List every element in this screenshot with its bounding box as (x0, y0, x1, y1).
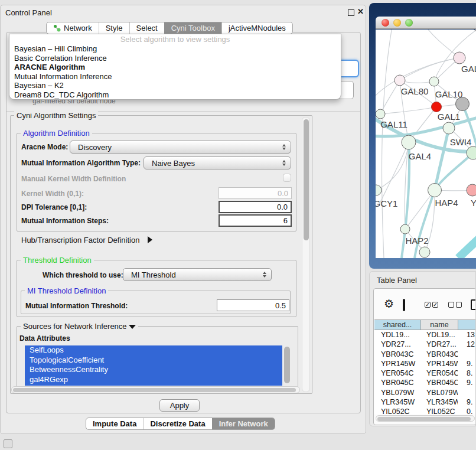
dropdown-item[interactable]: Basic Correlation Inference (9, 54, 341, 63)
table-row[interactable]: YDL19...YDL19...13 (374, 330, 476, 340)
table-row[interactable]: YBR043CYBR043C (374, 350, 476, 359)
tab-select[interactable]: Select (129, 22, 164, 34)
settings-gear-icon[interactable]: ⚙ (384, 298, 394, 309)
list-item[interactable]: BetweennessCentrality (25, 365, 282, 375)
horizontal-scrollbar-thumb[interactable] (13, 388, 296, 392)
network-canvas[interactable]: GAL GAL80 GAL10 GAL1 GAL11 SWI4 GAL4 GCY… (376, 30, 476, 258)
table-row[interactable]: YER054CYER054C8. (374, 369, 476, 378)
mi-type-combo[interactable]: Naive Bayes (144, 156, 291, 169)
network-node[interactable] (428, 184, 442, 197)
float-window-icon[interactable] (348, 9, 354, 16)
column-header-shared-name[interactable]: shared... (374, 320, 420, 330)
column-header-name[interactable]: name (420, 320, 458, 330)
apply-button[interactable]: Apply (159, 399, 200, 412)
tab-style[interactable]: Style (99, 22, 129, 34)
network-node[interactable] (454, 52, 465, 64)
table-row[interactable]: YDR27...YDR27...12 (374, 340, 476, 349)
dpi-tolerance-label: DPI Tolerance [0,1]: (21, 203, 87, 211)
close-traffic-light[interactable] (382, 19, 389, 27)
checked-box-icon[interactable]: ✓ (432, 302, 438, 308)
settings-horizontal-scrollbar[interactable] (11, 386, 300, 393)
network-window-titlebar[interactable] (376, 17, 476, 29)
combo-stepper-icon (282, 144, 286, 150)
close-window-icon[interactable]: ✕ (357, 7, 364, 16)
table-row[interactable]: YIL052CYIL052C0. (374, 407, 476, 415)
manual-kernel-checkbox[interactable] (283, 174, 291, 182)
dropdown-item-selected[interactable]: ARACNE Algorithm (9, 63, 341, 72)
settings-scrollbar[interactable] (302, 117, 310, 392)
tab-cyni-toolbox[interactable]: Cyni Toolbox (164, 22, 221, 34)
table-row[interactable]: YLR345WYLR345W9. (374, 397, 476, 407)
list-item[interactable]: gal4RGexp (25, 375, 282, 385)
column-header-partial[interactable]: A (458, 320, 476, 330)
mi-type-value: Naive Bayes (152, 159, 195, 168)
settings-scrollbar-thumb[interactable] (304, 119, 309, 240)
node-label: GAL (461, 64, 476, 74)
table-horizontal-scrollbar[interactable] (376, 415, 475, 422)
control-panel-tabs: Network Style Select Cyni Toolbox jActiv… (46, 22, 293, 34)
aracne-mode-combo[interactable]: Discovery (70, 141, 291, 154)
table-row[interactable]: YPR145WYPR145W9. (374, 359, 476, 369)
mi-threshold-field[interactable]: 0.5 (217, 299, 289, 311)
minimized-panel-icon[interactable] (4, 439, 12, 448)
network-node-selected[interactable] (432, 102, 442, 112)
table-panel-body: ⚙ ✓ ✓ shared... name A YDL19...YDL19...1… (373, 288, 476, 425)
cyni-bottom-tabs: Impute Data Discretize Data Infer Networ… (86, 418, 275, 430)
network-node[interactable] (443, 122, 455, 134)
network-node[interactable] (429, 77, 439, 86)
tab-impute-data[interactable]: Impute Data (86, 418, 143, 429)
network-node[interactable] (402, 135, 416, 149)
aracne-mode-value: Discovery (78, 143, 112, 152)
tab-jactivemnodules[interactable]: jActiveMNodules (221, 22, 292, 34)
disclosure-right-icon[interactable] (148, 236, 152, 243)
list-item[interactable]: SelfLoops (25, 345, 282, 356)
threshold-definition-title: Threshold Definition (21, 256, 94, 265)
network-node[interactable] (419, 247, 430, 257)
list-scrollbar-thumb[interactable] (284, 347, 290, 383)
unchecked-box-icon[interactable] (448, 302, 454, 308)
sources-group-title: Sources for Network Inference (21, 322, 138, 331)
network-node[interactable] (472, 30, 476, 31)
network-node[interactable] (467, 184, 476, 196)
kernel-width-label: Kernel Width (0,1): (21, 190, 84, 198)
kernel-width-field[interactable]: 0.0 (219, 187, 292, 199)
network-node[interactable] (376, 185, 382, 195)
network-node[interactable] (376, 109, 385, 119)
minimize-traffic-light[interactable] (393, 19, 401, 27)
dropdown-item[interactable]: Dream8 DC_TDC Algorithm (9, 90, 341, 100)
table-header-row: shared... name A (374, 319, 476, 330)
aracne-mode-label: Aracne Mode: (21, 143, 68, 151)
desktop: Control Panel ✕ Network Style Select Cyn… (0, 0, 476, 450)
data-attributes-list: SelfLoops TopologicalCoefficient Between… (25, 345, 282, 386)
tab-discretize-data[interactable]: Discretize Data (143, 418, 211, 429)
checked-box-icon[interactable]: ✓ (425, 302, 431, 308)
dropdown-item[interactable]: Bayesian – Hill Climbing (9, 44, 341, 54)
tab-infer-network[interactable]: Infer Network (212, 418, 275, 429)
document-icon[interactable] (471, 299, 476, 310)
mi-steps-field[interactable]: 6 (219, 214, 292, 227)
disclosure-down-icon[interactable] (129, 325, 136, 329)
table-scrollbar-thumb[interactable] (377, 417, 471, 421)
dpi-tolerance-field[interactable]: 0.0 (219, 201, 292, 213)
data-attributes-label: Data Attributes (19, 334, 70, 343)
algorithm-definition-title: Algorithm Definition (21, 129, 92, 138)
list-item[interactable]: TopologicalCoefficient (25, 356, 282, 366)
unchecked-box-icon[interactable] (456, 302, 462, 308)
split-columns-icon[interactable] (403, 299, 405, 311)
dropdown-item[interactable]: Bayesian – K2 (9, 81, 341, 90)
zoom-traffic-light[interactable] (405, 19, 413, 27)
dropdown-item[interactable]: Mutual Information Inference (9, 72, 341, 81)
mi-threshold-group-title: MI Threshold Definition (25, 286, 108, 295)
table-row[interactable]: YBR045CYBR045C9. (374, 378, 476, 387)
network-node[interactable] (395, 75, 405, 86)
which-threshold-combo[interactable]: MI Threshold (123, 268, 272, 281)
table-row[interactable]: YBL079WYBL079W (374, 388, 476, 397)
network-icon (53, 24, 61, 32)
mi-steps-label: Mutual Information Steps: (21, 217, 109, 225)
tab-network[interactable]: Network (47, 22, 99, 34)
node-label: HAP2 (405, 236, 428, 246)
table-panel-title: Table Panel (377, 276, 417, 285)
table-rows: YDL19...YDL19...13 YDR27...YDR27...12 YB… (374, 330, 476, 415)
network-node[interactable] (400, 224, 410, 234)
hub-definition-label: Hub/Transcription Factor Definition (21, 236, 139, 244)
